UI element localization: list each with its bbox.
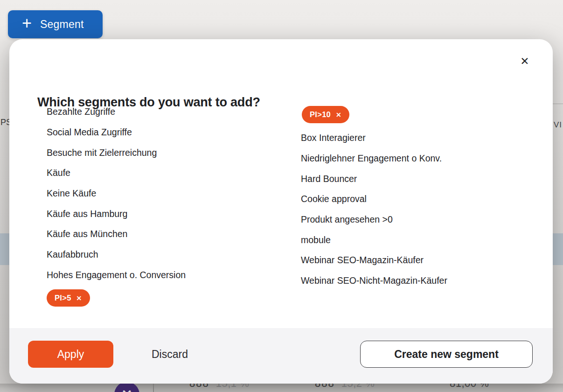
segment-list-left: Bezahlte Zugriffe Social Media Zugriffe …: [47, 102, 280, 285]
segment-option[interactable]: Box Interagierer: [301, 128, 525, 148]
segment-option[interactable]: Webinar SEO-Nicht-Magazin-Käufer: [301, 271, 525, 291]
selected-segment-pill[interactable]: PI>5 ✕: [47, 289, 90, 307]
selected-segment-pill[interactable]: PI>10 ✕: [302, 106, 349, 123]
remove-icon[interactable]: ✕: [336, 111, 341, 119]
apply-button[interactable]: Apply: [28, 341, 113, 368]
background-right-edge-text: VI: [554, 120, 562, 130]
segment-option[interactable]: Cookie approval: [301, 189, 525, 210]
segment-option[interactable]: Besuche mit Zielerreichung: [47, 142, 280, 163]
segment-option[interactable]: Niedriglehner Engagement o Konv.: [301, 148, 525, 169]
dialog-footer: Apply Discard Create new segment: [9, 328, 553, 384]
segment-option[interactable]: Hard Bouncer: [301, 168, 525, 189]
remove-icon[interactable]: ✕: [76, 294, 82, 302]
segment-option[interactable]: Keine Käufe: [47, 183, 280, 204]
segment-option[interactable]: Bezahlte Zugriffe: [47, 102, 280, 122]
segment-list-right: Box Interagierer Niedriglehner Engagemen…: [301, 128, 525, 291]
logo-x-icon: ✕: [121, 387, 132, 392]
segment-option[interactable]: Käufe aus München: [47, 224, 280, 245]
pill-label: PI>10: [310, 110, 331, 119]
plus-icon: +: [22, 15, 32, 32]
segment-option[interactable]: mobule: [301, 230, 525, 250]
pill-label: PI>5: [55, 294, 71, 302]
segment-option[interactable]: Käufe: [47, 163, 280, 183]
add-segment-button[interactable]: + Segment: [8, 10, 103, 38]
create-new-segment-button[interactable]: Create new segment: [360, 341, 533, 368]
segment-option[interactable]: Social Media Zugriffe: [47, 122, 280, 143]
segment-button-label: Segment: [40, 18, 83, 31]
segment-option[interactable]: Webinar SEO-Magazin-Käufer: [301, 250, 525, 271]
close-icon[interactable]: ✕: [515, 52, 534, 70]
segment-picker-dialog: Which segments do you want to add? ✕ Bez…: [9, 39, 553, 384]
segment-option[interactable]: Produkt angesehen >0: [301, 210, 525, 230]
segment-option[interactable]: Hohes Engagement o. Conversion: [47, 265, 280, 286]
background-column-divider: [153, 383, 154, 392]
segment-option[interactable]: Kaufabbruch: [47, 245, 280, 265]
discard-button[interactable]: Discard: [133, 341, 207, 368]
segment-option[interactable]: Käufe aus Hamburg: [47, 203, 280, 224]
